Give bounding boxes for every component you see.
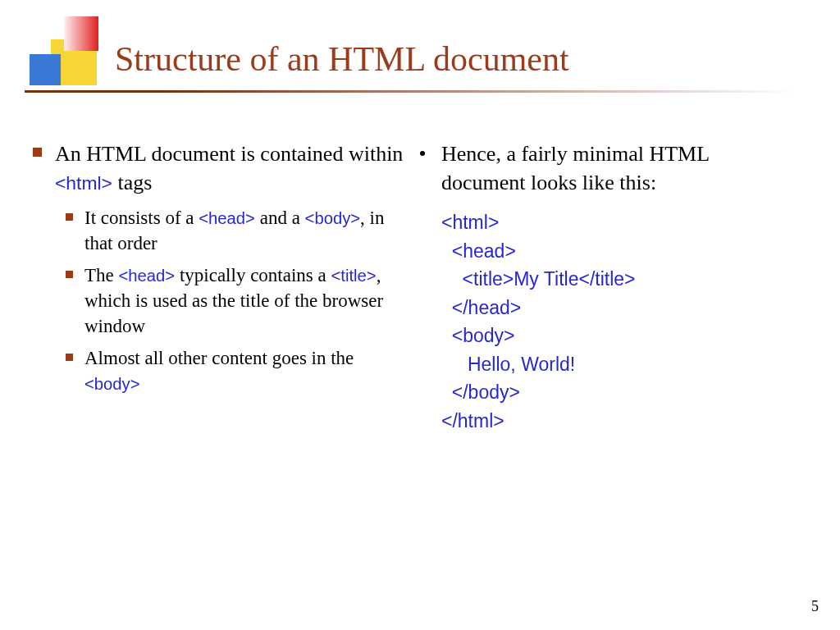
slide-content: An HTML document is contained within <ht… (33, 139, 807, 435)
bullet-item: An HTML document is contained within <ht… (33, 139, 404, 197)
bullet-text: Almost all other content goes in the <bo… (84, 345, 404, 396)
code-tag: <head> (119, 267, 176, 285)
code-tag: <title> (331, 267, 377, 285)
slide-decoration (25, 16, 107, 98)
code-example: <html> <head> <title>My Title</title> </… (441, 208, 791, 435)
bullet-text: Hence, a fairly minimal HTML document lo… (441, 139, 791, 197)
dot-bullet-icon (420, 151, 425, 156)
square-bullet-icon (66, 213, 73, 221)
slide-title: Structure of an HTML document (115, 39, 569, 79)
text-fragment: Almost all other content goes in the (84, 348, 354, 368)
text-fragment: typically contains a (175, 265, 331, 285)
sub-bullet-item: Almost all other content goes in the <bo… (66, 345, 404, 396)
page-number: 5 (811, 598, 819, 615)
red-square-icon (64, 16, 98, 51)
code-tag: <head> (199, 209, 255, 227)
sub-bullet-item: The <head> typically contains a <title>,… (66, 262, 404, 339)
text-fragment: and a (255, 208, 305, 228)
square-bullet-icon (66, 271, 73, 278)
square-bullet-icon (33, 148, 42, 157)
right-column: Hence, a fairly minimal HTML document lo… (420, 139, 807, 435)
text-fragment: An HTML document is contained within (55, 142, 403, 166)
square-bullet-icon (66, 354, 73, 361)
bullet-text: It consists of a <head> and a <body>, in… (84, 205, 404, 256)
text-fragment: tags (112, 171, 152, 194)
code-tag: <html> (55, 172, 112, 194)
bullet-item: Hence, a fairly minimal HTML document lo… (420, 139, 791, 197)
bullet-text: The <head> typically contains a <title>,… (84, 262, 404, 339)
blue-square-icon (30, 54, 61, 85)
text-fragment: It consists of a (84, 208, 199, 228)
sub-bullet-item: It consists of a <head> and a <body>, in… (66, 205, 404, 256)
title-underline (25, 90, 796, 93)
code-tag: <body> (305, 209, 361, 227)
bullet-text: An HTML document is contained within <ht… (55, 139, 404, 197)
left-column: An HTML document is contained within <ht… (33, 139, 420, 435)
code-tag: <body> (84, 375, 140, 393)
text-fragment: The (84, 265, 119, 285)
